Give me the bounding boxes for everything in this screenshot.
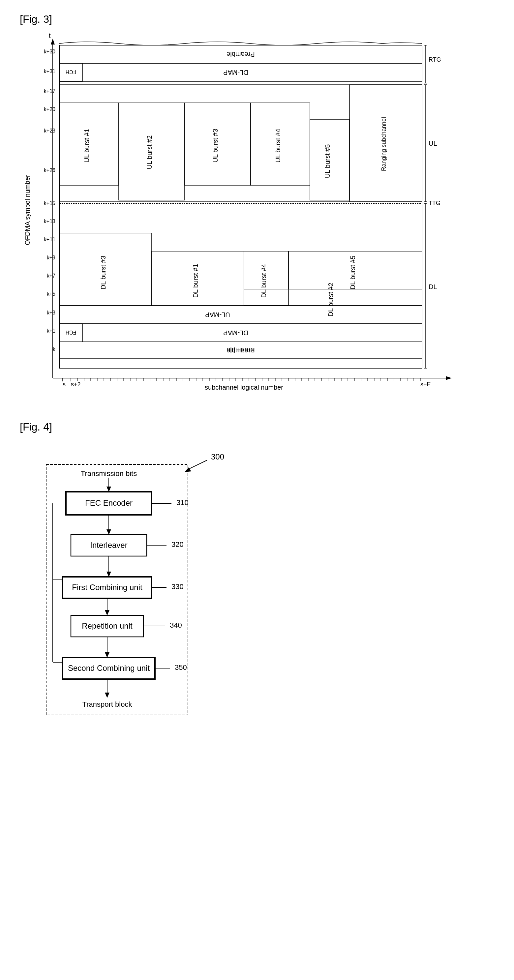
svg-text:330: 330 [172, 582, 184, 591]
svg-text:Interleaver: Interleaver [90, 541, 127, 549]
fig4-svg: 300 Transmission bits FEC Encoder 310 In… [20, 443, 350, 733]
svg-text:k+9: k+9 [47, 255, 56, 261]
svg-text:Transport block: Transport block [83, 700, 132, 708]
svg-text:subchannel logical number: subchannel logical number [205, 384, 283, 391]
svg-text:k+23: k+23 [44, 128, 56, 134]
svg-text:k+30: k+30 [44, 49, 56, 54]
svg-text:320: 320 [172, 540, 184, 549]
svg-text:DL burst #4: DL burst #4 [260, 264, 267, 298]
svg-text:Preamble: Preamble [226, 51, 255, 58]
svg-marker-169 [105, 652, 110, 658]
svg-text:DL: DL [429, 283, 437, 290]
svg-text:FCH: FCH [65, 329, 76, 335]
svg-text:DL burst #5: DL burst #5 [349, 256, 356, 290]
svg-text:s+E: s+E [420, 381, 431, 388]
svg-text:k+17: k+17 [44, 88, 56, 94]
svg-text:RTG: RTG [429, 56, 441, 63]
svg-text:FCH: FCH [65, 69, 76, 75]
svg-text:Repetition unit: Repetition unit [82, 621, 132, 630]
svg-text:DL-MAP: DL-MAP [223, 69, 248, 76]
svg-text:k+20: k+20 [44, 107, 56, 112]
svg-text:310: 310 [177, 498, 189, 507]
svg-text:UL: UL [429, 140, 437, 147]
svg-text:k+7: k+7 [47, 273, 56, 278]
svg-text:UL burst #3: UL burst #3 [212, 129, 219, 163]
svg-text:k+1: k+1 [47, 328, 56, 334]
svg-text:UL burst #1: UL burst #1 [83, 129, 90, 163]
svg-text:Second Combining unit: Second Combining unit [68, 663, 150, 673]
fig3-svg: t subchannel logical number OFDMA symbol… [20, 32, 491, 401]
svg-text:TTG: TTG [429, 200, 441, 206]
svg-text:k+26: k+26 [44, 167, 56, 173]
svg-marker-1 [51, 38, 55, 45]
svg-text:OFDMA symbol number: OFDMA symbol number [24, 175, 31, 245]
svg-text:First Combining unit: First Combining unit [72, 583, 142, 592]
svg-text:k+15: k+15 [44, 200, 56, 206]
svg-text:Preamble: Preamble [226, 347, 255, 354]
svg-text:Transmission bits: Transmission bits [81, 469, 137, 478]
svg-rect-15 [59, 305, 422, 324]
svg-marker-154 [107, 571, 111, 577]
svg-marker-160 [105, 610, 110, 616]
svg-text:k: k [53, 347, 56, 352]
svg-text:t: t [49, 32, 51, 39]
svg-text:UL-MAP: UL-MAP [205, 311, 230, 318]
svg-text:DL burst #1: DL burst #1 [192, 264, 199, 298]
svg-text:k+31: k+31 [44, 68, 56, 74]
svg-text:UL burst #5: UL burst #5 [324, 145, 331, 178]
svg-marker-139 [107, 487, 111, 492]
svg-text:FEC Encoder: FEC Encoder [85, 498, 132, 507]
svg-text:k+5: k+5 [47, 291, 56, 297]
svg-text:340: 340 [170, 621, 182, 629]
svg-text:DL burst #2: DL burst #2 [327, 283, 334, 317]
page-container: [Fig. 3] t subchannel logical number OFD… [0, 0, 514, 980]
svg-text:k+3: k+3 [47, 310, 56, 315]
svg-text:DL-MAP: DL-MAP [223, 329, 248, 337]
svg-text:s+2: s+2 [71, 381, 81, 388]
svg-text:UL burst #4: UL burst #4 [274, 129, 282, 163]
svg-line-134 [188, 460, 207, 469]
svg-text:300: 300 [211, 452, 224, 461]
svg-text:Ranging subchannel: Ranging subchannel [380, 117, 387, 171]
fig4-wrapper: 300 Transmission bits FEC Encoder 310 In… [20, 443, 475, 740]
fig4-label: [Fig. 4] [20, 421, 494, 433]
svg-marker-175 [105, 692, 110, 698]
svg-text:s: s [63, 381, 65, 388]
svg-rect-7 [59, 45, 422, 368]
svg-text:UL burst #2: UL burst #2 [146, 135, 153, 169]
fig3-wrapper: t subchannel logical number OFDMA symbol… [20, 32, 475, 395]
svg-marker-145 [107, 530, 111, 535]
svg-text:DL burst #3: DL burst #3 [100, 256, 107, 290]
svg-text:k+11: k+11 [44, 237, 56, 242]
fig3-label: [Fig. 3] [20, 13, 494, 25]
svg-text:k+13: k+13 [44, 218, 56, 224]
svg-rect-42 [59, 85, 422, 202]
svg-text:350: 350 [175, 663, 187, 671]
svg-marker-4 [446, 376, 452, 380]
